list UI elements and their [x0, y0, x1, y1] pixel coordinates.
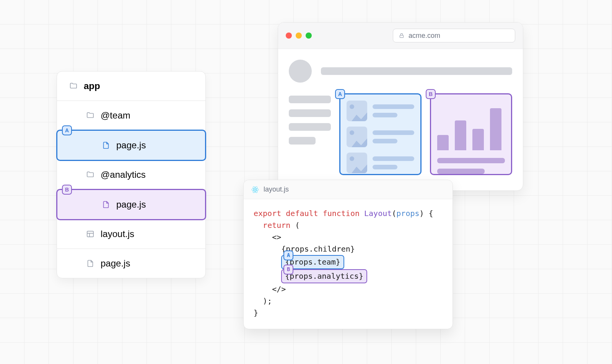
folder-app[interactable]: app — [57, 72, 205, 101]
slot-tag-b: B — [283, 265, 293, 275]
image-icon — [347, 127, 367, 147]
folder-icon — [86, 111, 94, 120]
folder-label: app — [84, 81, 100, 91]
code-slot-analytics: B{props.analytics} — [281, 269, 367, 283]
folder-label: @analytics — [101, 169, 146, 180]
file-icon — [86, 259, 94, 268]
file-icon — [102, 200, 110, 209]
folder-label: @team — [101, 110, 130, 121]
url-text: acme.com — [409, 32, 440, 40]
avatar-placeholder — [289, 60, 312, 83]
window-close-icon[interactable] — [286, 32, 292, 39]
folder-analytics[interactable]: @analytics — [57, 160, 205, 190]
chart-bar — [437, 135, 449, 150]
file-team-page[interactable]: A page.js — [56, 130, 206, 161]
file-layout[interactable]: layout.js — [57, 219, 205, 249]
slot-tag-b: B — [62, 185, 72, 195]
slot-analytics: B — [430, 93, 512, 175]
slot-tag-a: A — [62, 125, 72, 135]
nav-placeholder — [289, 96, 331, 175]
image-icon — [347, 101, 367, 121]
slot-tag-b: B — [426, 89, 436, 99]
svg-point-2 — [254, 189, 256, 190]
image-icon — [347, 153, 367, 173]
browser-window: acme.com A B — [278, 22, 523, 191]
file-label: layout.js — [101, 229, 134, 239]
code-panel: layout.js export default function Layout… — [243, 180, 453, 329]
chart-bar — [490, 108, 501, 150]
list-item — [347, 127, 414, 147]
code-body: export default function Layout(props) { … — [244, 199, 452, 329]
file-icon — [102, 141, 110, 150]
file-label: page.js — [116, 140, 146, 151]
title-placeholder — [321, 67, 512, 75]
code-filename: layout.js — [264, 185, 289, 193]
file-label: page.js — [116, 199, 146, 210]
url-bar[interactable]: acme.com — [393, 29, 515, 42]
slot-tag-a: A — [335, 89, 345, 99]
folder-team[interactable]: @team — [57, 101, 205, 130]
code-header: layout.js — [244, 180, 452, 199]
svg-rect-1 — [400, 35, 403, 37]
window-max-icon[interactable] — [306, 32, 312, 39]
slot-tag-a: A — [283, 250, 293, 260]
react-icon — [251, 186, 259, 193]
window-min-icon[interactable] — [296, 32, 302, 39]
list-item — [347, 101, 414, 121]
svg-rect-0 — [87, 231, 94, 237]
file-analytics-page[interactable]: B page.js — [56, 189, 206, 220]
file-tree-panel: app @team A page.js @analytics B page.js… — [57, 71, 206, 278]
chart-bar — [455, 120, 466, 150]
folder-icon — [86, 171, 94, 179]
layout-icon — [86, 230, 94, 238]
lock-icon — [399, 32, 405, 39]
slot-team: A — [339, 93, 422, 175]
file-label: page.js — [101, 258, 130, 269]
file-root-page[interactable]: page.js — [57, 249, 205, 278]
browser-chrome: acme.com — [278, 23, 523, 49]
list-item — [347, 153, 414, 173]
bar-chart — [437, 101, 505, 150]
folder-icon — [69, 82, 78, 90]
chart-bar — [472, 129, 484, 150]
